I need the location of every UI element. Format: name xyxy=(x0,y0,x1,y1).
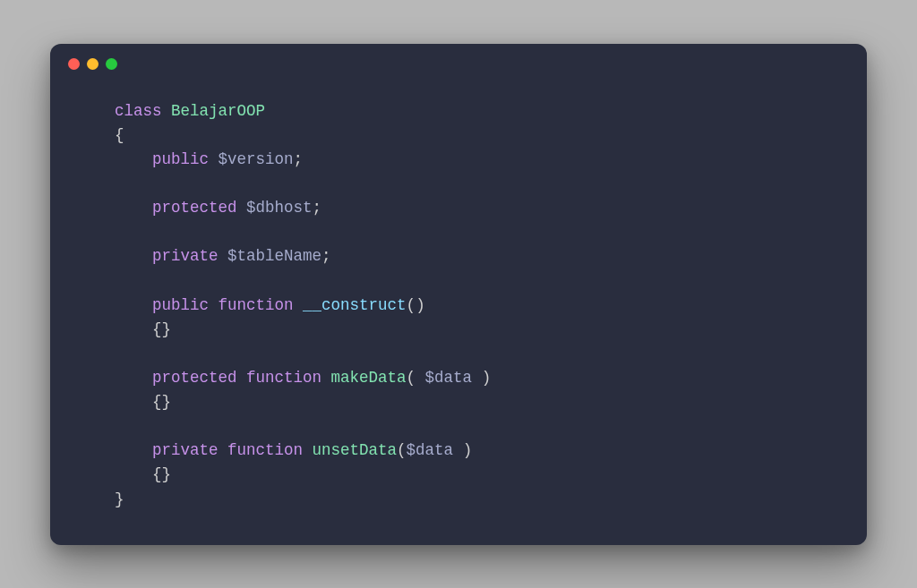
modifier-protected: protected xyxy=(152,199,237,217)
indent xyxy=(115,441,152,459)
paren-close: ) xyxy=(463,441,473,459)
indent xyxy=(115,296,152,314)
indent xyxy=(115,465,152,483)
modifier-public: public xyxy=(152,296,209,314)
semicolon: ; xyxy=(321,247,331,265)
keyword-class: class xyxy=(115,102,162,120)
semicolon: ; xyxy=(313,199,322,217)
var-dbhost: $dbhost xyxy=(246,199,313,217)
modifier-private: private xyxy=(152,441,219,459)
code-window: class BelajarOOP { public $version; prot… xyxy=(50,44,867,545)
keyword-function: function xyxy=(219,296,294,314)
paren-open: ( xyxy=(407,369,416,387)
code-editor: class BelajarOOP { public $version; prot… xyxy=(50,85,867,512)
empty-body: {} xyxy=(152,465,171,483)
modifier-protected: protected xyxy=(152,369,237,387)
indent xyxy=(115,393,152,411)
brace-open: { xyxy=(115,126,124,144)
indent xyxy=(115,369,152,387)
fn-unsetdata: unsetData xyxy=(313,441,398,459)
paren-close: ) xyxy=(482,369,492,387)
minimize-icon[interactable] xyxy=(87,58,99,70)
semicolon: ; xyxy=(294,150,304,168)
modifier-private: private xyxy=(152,247,219,265)
indent xyxy=(115,320,152,338)
zoom-icon[interactable] xyxy=(106,58,117,70)
indent xyxy=(115,199,152,217)
class-name: BelajarOOP xyxy=(171,102,265,120)
param-data: $data xyxy=(407,441,463,459)
paren-close: ) xyxy=(416,296,425,314)
titlebar xyxy=(50,44,867,85)
fn-makedata: makeData xyxy=(331,369,407,387)
var-tablename: $tableName xyxy=(227,247,321,265)
empty-body: {} xyxy=(152,320,171,338)
paren-open: ( xyxy=(397,441,407,459)
param-data: $data xyxy=(416,369,482,387)
indent xyxy=(115,247,152,265)
close-icon[interactable] xyxy=(68,58,80,70)
indent xyxy=(115,150,152,168)
fn-construct: __construct xyxy=(303,296,407,314)
brace-close: } xyxy=(115,490,124,508)
keyword-function: function xyxy=(246,369,321,387)
modifier-public: public xyxy=(152,150,209,168)
empty-body: {} xyxy=(152,393,171,411)
var-version: $version xyxy=(219,150,294,168)
keyword-function: function xyxy=(227,441,303,459)
paren-open: ( xyxy=(407,296,416,314)
